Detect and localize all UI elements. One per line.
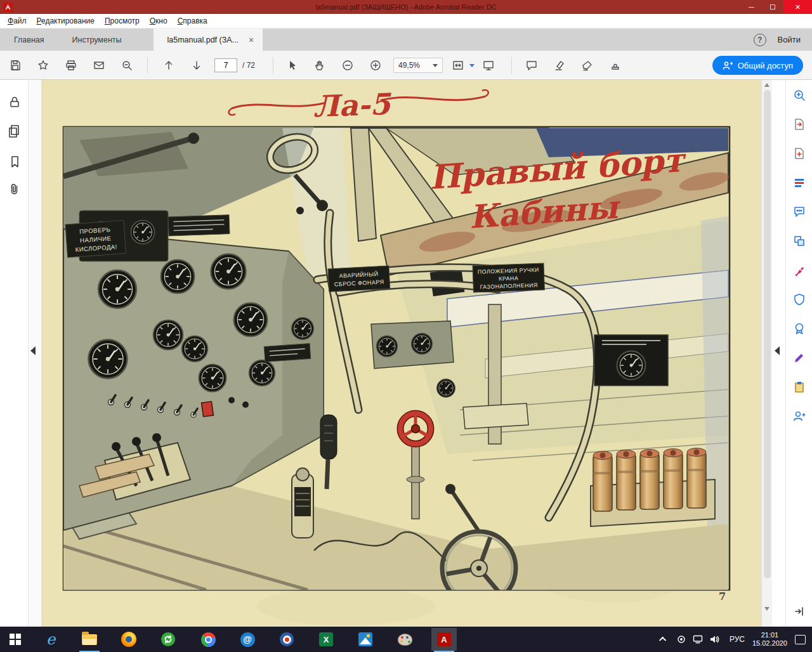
menu-edit[interactable]: Редактирование — [32, 15, 100, 27]
tab-home[interactable]: Главная — [0, 29, 58, 51]
lock-icon[interactable] — [6, 94, 22, 110]
collapse-tools-pane-icon[interactable] — [775, 346, 780, 355]
taskbar-sync-app[interactable] — [155, 628, 181, 651]
comment-button[interactable] — [523, 56, 540, 74]
excel-icon: X — [319, 632, 333, 646]
network-icon[interactable] — [691, 633, 704, 646]
select-tool-button[interactable] — [283, 56, 301, 74]
zoom-out-button[interactable] — [339, 56, 357, 74]
share-button[interactable]: Общий доступ — [712, 56, 803, 75]
taskbar-paint-app[interactable] — [392, 628, 417, 651]
tab-tools[interactable]: Инструменты — [58, 29, 136, 51]
copy-pages-icon[interactable] — [6, 123, 22, 139]
taskbar-mail[interactable]: @ — [235, 628, 260, 651]
pdf-page: ПРОВЕРЬ НАЛИЧИЕ КИСЛОРОДА! АВАРИЙНЫЙ СБР… — [41, 80, 761, 627]
svg-text:КРАНА: КРАНА — [499, 275, 518, 282]
clock-date: 15.02.2020 — [752, 639, 787, 648]
taskbar-internet-explorer[interactable]: e — [38, 628, 63, 651]
tray-app-icon[interactable] — [675, 633, 688, 646]
chrome-icon — [201, 632, 216, 647]
scroll-down-icon[interactable] — [764, 607, 769, 611]
taskbar-acrobat[interactable]: A — [431, 628, 457, 651]
sign-in-button[interactable]: Войти — [778, 35, 801, 44]
expand-rail-icon[interactable] — [792, 604, 807, 619]
save-button[interactable] — [6, 56, 24, 74]
chevron-up-icon[interactable] — [659, 637, 666, 644]
taskbar-media-app[interactable] — [274, 628, 299, 651]
stamp-button[interactable] — [606, 56, 624, 74]
more-tools-icon[interactable] — [792, 408, 807, 424]
minimize-button[interactable] — [740, 0, 762, 14]
maximize-icon — [770, 4, 775, 10]
taskbar-chrome[interactable] — [195, 628, 221, 651]
bookmark-icon[interactable] — [6, 153, 22, 169]
window-titlebar: la5manual.pdf (ЗАЩИЩЕНО) - Adobe Acrobat… — [0, 0, 812, 14]
acrobat-icon: A — [437, 632, 451, 646]
scrollbar-thumb[interactable] — [764, 90, 771, 578]
page-number-input[interactable] — [214, 58, 237, 72]
taskbar-firefox[interactable] — [116, 628, 141, 651]
language-indicator[interactable]: РУС — [730, 635, 745, 644]
taskbar: e @ X A РУС 21:01 15.02.2020 — [0, 627, 812, 652]
sign-pen-button[interactable] — [579, 56, 596, 74]
vertical-scrollbar[interactable] — [761, 80, 772, 627]
minimize-icon — [749, 7, 754, 8]
measure-icon[interactable] — [792, 350, 807, 365]
print-button[interactable] — [62, 56, 80, 74]
menu-help[interactable]: Справка — [173, 15, 213, 27]
scroll-up-icon[interactable] — [764, 83, 769, 87]
tabbar-right: ? Войти — [754, 29, 812, 51]
favorites-star-button[interactable] — [34, 56, 52, 74]
tab-close-icon[interactable]: × — [246, 35, 256, 45]
zoom-in-button[interactable] — [367, 56, 384, 74]
combine-files-icon[interactable] — [792, 233, 807, 249]
zoom-tool-icon[interactable] — [792, 88, 807, 103]
firefox-icon — [121, 632, 136, 647]
certificates-icon[interactable] — [792, 321, 807, 336]
window-controls: ✕ — [740, 0, 812, 14]
menu-view[interactable]: Просмотр — [100, 15, 145, 27]
send-review-icon[interactable] — [792, 379, 807, 394]
roundel-icon — [280, 632, 294, 646]
comment-tool-icon[interactable] — [792, 204, 807, 219]
highlight-button[interactable] — [551, 56, 568, 74]
maximize-button[interactable] — [762, 0, 783, 14]
window-title: la5manual.pdf (ЗАЩИЩЕНО) - Adobe Acrobat… — [315, 3, 496, 11]
organize-pages-icon[interactable] — [792, 175, 807, 190]
menubar: Файл Редактирование Просмотр Окно Справк… — [0, 14, 812, 29]
export-pdf-icon[interactable] — [792, 117, 807, 132]
help-button[interactable]: ? — [754, 34, 766, 46]
toolbar: / 72 49,5% — [0, 51, 812, 80]
protect-icon[interactable] — [792, 292, 807, 307]
windows-logo-icon — [10, 634, 21, 645]
start-button[interactable] — [0, 627, 30, 652]
zoom-level-select[interactable]: 49,5% — [393, 58, 443, 73]
page-number: 7 — [719, 590, 726, 603]
tab-document[interactable]: la5manual.pdf (ЗА... × — [154, 29, 263, 51]
hand-tool-button[interactable] — [311, 56, 329, 74]
document-viewport[interactable]: ПРОВЕРЬ НАЛИЧИЕ КИСЛОРОДА! АВАРИЙНЫЙ СБР… — [29, 80, 761, 627]
chevron-down-icon[interactable] — [469, 64, 475, 67]
previous-page-button[interactable] — [160, 56, 178, 74]
warning-plate-valve: ПОЛОЖЕНИЯ РУЧКИ КРАНА ГАЗОНАПОЛНЕНИЯ — [473, 263, 544, 292]
close-button[interactable]: ✕ — [783, 0, 812, 14]
create-pdf-icon[interactable] — [792, 146, 807, 161]
menu-file[interactable]: Файл — [3, 15, 32, 27]
taskbar-file-explorer[interactable] — [77, 628, 102, 651]
menu-window[interactable]: Окно — [145, 15, 173, 27]
email-button[interactable] — [90, 56, 108, 74]
ie-icon: e — [46, 632, 55, 647]
volume-icon[interactable] — [708, 633, 721, 646]
chevron-down-icon — [433, 64, 438, 67]
attachment-icon[interactable] — [6, 181, 22, 197]
fit-width-button[interactable] — [449, 56, 467, 74]
taskbar-photos-app[interactable] — [353, 628, 378, 651]
fill-sign-icon[interactable] — [792, 263, 807, 278]
collapse-left-pane-icon[interactable] — [30, 346, 36, 355]
clock[interactable]: 21:01 15.02.2020 — [752, 631, 787, 648]
action-center-icon[interactable] — [795, 635, 806, 644]
next-page-button[interactable] — [188, 56, 206, 74]
marquee-zoom-button[interactable] — [118, 56, 136, 74]
presentation-mode-button[interactable] — [480, 56, 497, 74]
taskbar-excel[interactable]: X — [313, 628, 339, 651]
